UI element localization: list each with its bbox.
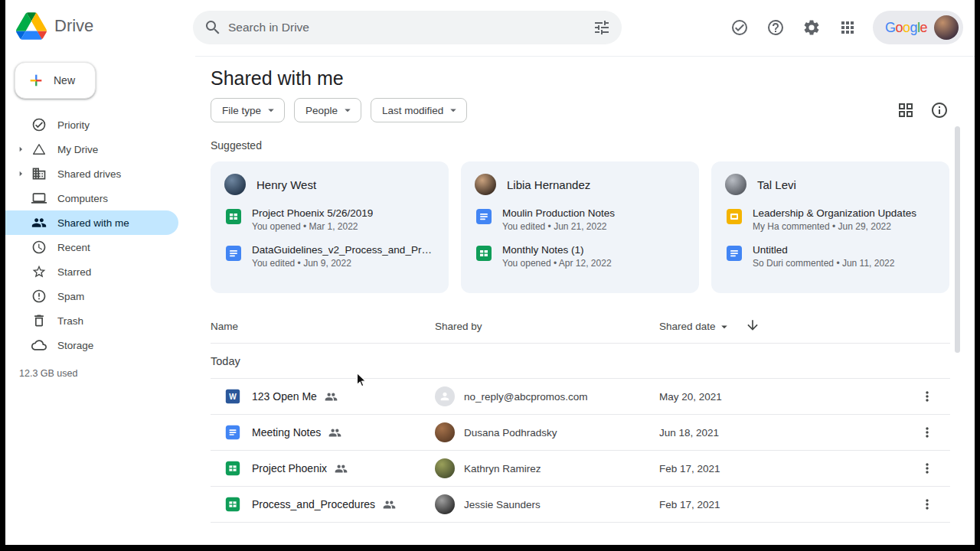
storage-used-label: 12.3 GB used (5, 368, 195, 379)
file-text: Monthly Notes (1) You opened • Apr 12, 2… (502, 244, 612, 269)
apps-grid-icon[interactable] (832, 12, 863, 43)
new-button[interactable]: New (15, 62, 96, 99)
drive-home-link[interactable]: Drive (16, 12, 93, 40)
file-name: Meeting Notes (252, 426, 321, 439)
grid-view-icon[interactable] (897, 101, 915, 119)
file-text: Moulin Production Notes You edited • Jun… (502, 207, 615, 232)
table-row[interactable]: Project Phoenix Kathryn Ramirez Feb 17, … (211, 451, 950, 487)
table-row[interactable]: Meeting Notes Dusana Podhradsky Jun 18, … (211, 415, 950, 451)
clock-icon (31, 240, 47, 255)
shared-date-cell: May 20, 2021 (659, 391, 774, 403)
column-header-name[interactable]: Name (211, 321, 435, 332)
sidebar-item-label: Priority (57, 119, 90, 131)
more-actions-icon[interactable] (913, 419, 941, 446)
sidebar-item-recent[interactable]: Recent (5, 235, 178, 259)
suggested-card[interactable]: Libia Hernandez Moulin Production Notes … (461, 161, 699, 293)
search-icon[interactable] (198, 12, 228, 43)
sidebar-item-spam[interactable]: Spam (5, 284, 178, 308)
suggested-file[interactable]: Project Phoenix 5/26/2019 You opened • M… (224, 207, 435, 232)
topbar-actions: Google (724, 11, 963, 44)
chevron-spacer (13, 119, 28, 131)
file-name-cell: Project Phoenix (211, 460, 435, 477)
search-input[interactable] (228, 21, 586, 34)
sidebar-item-label: My Drive (57, 144, 98, 155)
file-text: DataGuidelines_v2_Process_and_Pr… You ed… (252, 244, 432, 269)
sidebar-item-shared-drives[interactable]: Shared drives (5, 161, 178, 186)
file-name: Untitled (753, 244, 894, 256)
search-options-icon[interactable] (586, 12, 617, 43)
sidebar: New Priority My Drive Shared drives (5, 56, 195, 545)
suggested-file[interactable]: Leadership & Organization Updates My Ha … (725, 207, 936, 232)
caret-down-icon (717, 320, 731, 334)
table-header: Name Shared by Shared date (211, 310, 950, 344)
file-table: Name Shared by Shared date Today W 123 O… (211, 310, 950, 523)
table-row[interactable]: W 123 Open Me no_reply@abcpromos.com May… (211, 379, 950, 415)
user-avatar[interactable] (934, 15, 959, 40)
file-name: Project Phoenix (252, 462, 327, 474)
search-bar[interactable] (193, 11, 622, 44)
suggested-file[interactable]: Moulin Production Notes You edited • Jun… (475, 207, 685, 232)
word-icon: W (224, 388, 241, 405)
page-title: Shared with me (211, 66, 975, 90)
trash-icon (31, 313, 47, 328)
file-text: Untitled So Duri commented • Jun 11, 202… (753, 244, 894, 269)
sidebar-item-priority[interactable]: Priority (5, 112, 178, 137)
shared-by-cell: Dusana Podhradsky (435, 422, 659, 442)
sidebar-item-starred[interactable]: Starred (5, 259, 178, 284)
suggested-file[interactable]: Monthly Notes (1) You opened • Apr 12, 2… (475, 244, 685, 269)
sidebar-item-label: Spam (57, 291, 84, 302)
suggested-file[interactable]: DataGuidelines_v2_Process_and_Pr… You ed… (224, 244, 435, 269)
star-icon (31, 264, 47, 279)
file-meta: You opened • Mar 1, 2022 (252, 221, 373, 232)
suggested-card[interactable]: Tal Levi Leadership & Organization Updat… (711, 161, 949, 293)
chevron-right-icon[interactable] (13, 168, 28, 180)
info-icon[interactable] (930, 101, 949, 119)
filter-chip-file-type[interactable]: File type (211, 98, 285, 122)
sidebar-item-storage[interactable]: Storage (5, 333, 178, 357)
more-actions-icon[interactable] (913, 455, 941, 482)
new-button-label: New (54, 74, 75, 86)
sidebar-item-label: Shared with me (57, 217, 129, 229)
docs-icon (725, 244, 743, 262)
card-header: Henry West (224, 174, 435, 195)
sidebar-item-trash[interactable]: Trash (5, 308, 178, 333)
file-meta: My Ha commented • Jun 29, 2022 (753, 221, 916, 232)
file-name: Process_and_Procedures (252, 498, 375, 510)
sort-direction-icon[interactable] (745, 318, 760, 335)
file-name: 123 Open Me (252, 390, 317, 403)
column-header-shared-by[interactable]: Shared by (435, 321, 659, 332)
chevron-spacer (13, 315, 28, 327)
more-actions-icon[interactable] (913, 383, 941, 410)
suggested-cards: Henry West Project Phoenix 5/26/2019 You… (211, 161, 975, 293)
card-person-name: Henry West (256, 178, 316, 191)
filter-chip-last-modified[interactable]: Last modified (371, 98, 467, 122)
docs-icon (224, 424, 241, 441)
cloud-icon (31, 337, 47, 353)
suggested-card[interactable]: Henry West Project Phoenix 5/26/2019 You… (211, 161, 449, 293)
spam-icon (31, 289, 47, 304)
offline-status-icon[interactable] (724, 12, 755, 43)
sidebar-item-computers[interactable]: Computers (5, 186, 178, 210)
sidebar-item-my-drive[interactable]: My Drive (5, 137, 178, 161)
shared-by-cell: no_reply@abcpromos.com (435, 386, 659, 406)
suggested-file[interactable]: Untitled So Duri commented • Jun 11, 202… (725, 244, 936, 269)
column-header-shared-date[interactable]: Shared date (659, 320, 731, 334)
shared-indicator-icon (325, 390, 338, 403)
drive-logo-icon (16, 12, 47, 40)
filter-chip-people[interactable]: People (294, 98, 361, 122)
shared-drives-icon (31, 166, 47, 181)
chevron-right-icon[interactable] (13, 143, 28, 155)
table-row[interactable]: Process_and_Procedures Jessie Saunders F… (211, 487, 950, 523)
filter-bar: File type People Last modified (211, 98, 950, 122)
sidebar-item-shared-with-me[interactable]: Shared with me (5, 210, 178, 235)
priority-icon (31, 117, 47, 132)
plus-icon (28, 72, 44, 89)
table-group-label: Today (211, 344, 950, 379)
more-actions-icon[interactable] (913, 491, 941, 518)
account-pill[interactable]: Google (873, 11, 963, 44)
sidebar-nav: Priority My Drive Shared drives Computer… (5, 112, 195, 357)
settings-icon[interactable] (796, 12, 827, 43)
file-meta: You edited • Jun 21, 2022 (502, 221, 615, 232)
help-icon[interactable] (760, 12, 791, 43)
scrollbar[interactable] (955, 126, 960, 353)
